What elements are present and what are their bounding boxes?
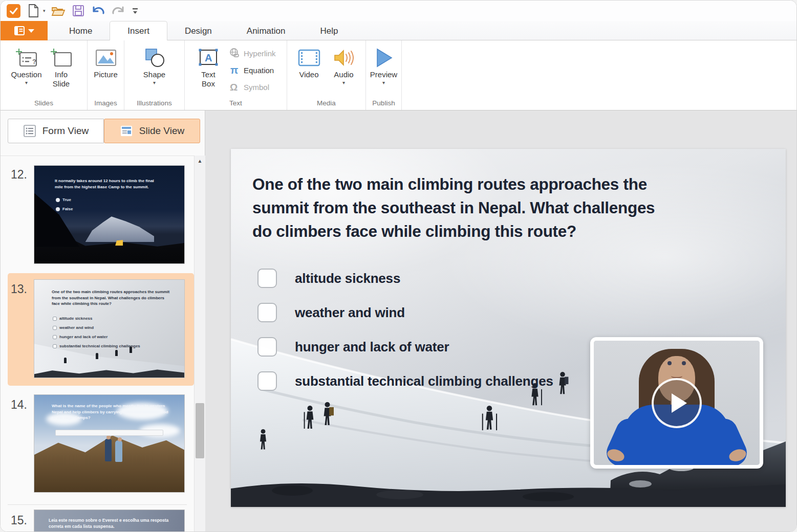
- option-label: substantial technical climbing challenge…: [59, 344, 140, 348]
- answer-option-3[interactable]: hunger and lack of water: [257, 337, 449, 357]
- scrollbar-thumb[interactable]: [196, 403, 204, 458]
- main-menu-button[interactable]: [1, 21, 48, 40]
- app-logo-icon: [7, 4, 20, 18]
- hyperlink-button: Hyperlink: [229, 47, 276, 59]
- svg-text:A: A: [205, 52, 212, 63]
- person-graphic: [105, 439, 112, 461]
- tab-insert[interactable]: Insert: [110, 21, 167, 41]
- presenter-graphic: [667, 361, 672, 365]
- scroll-up-icon[interactable]: ▲: [195, 158, 205, 164]
- checkbox-icon: [53, 344, 57, 348]
- customize-toolbar-button[interactable]: [131, 4, 139, 18]
- chevron-down-icon: ▾: [25, 80, 28, 85]
- form-view-button[interactable]: Form View: [8, 119, 104, 143]
- play-button[interactable]: [652, 378, 702, 428]
- preview-button-label: Preview: [370, 70, 397, 79]
- tab-animation[interactable]: Animation: [229, 21, 303, 41]
- answer-option-label: hunger and lack of water: [295, 339, 449, 355]
- slide-13-number: 13.: [11, 282, 27, 296]
- climber-graphic: [96, 353, 98, 359]
- equation-icon: π: [229, 64, 240, 76]
- slide-question-text[interactable]: One of the two main climbing routes appr…: [252, 172, 744, 243]
- slide-view-icon: [120, 124, 133, 138]
- slide-13-thumbnail[interactable]: One of the two main climbing routes appr…: [34, 279, 185, 378]
- answer-option-2[interactable]: weather and wind: [257, 303, 405, 322]
- slide-panel: Form View Slide View 12. It normally tak…: [1, 110, 205, 532]
- svg-text:π: π: [230, 64, 238, 76]
- answer-option-label: weather and wind: [295, 305, 405, 321]
- option-label: weather and wind: [59, 325, 94, 330]
- slide-13-question: One of the two main climbing routes appr…: [52, 289, 170, 307]
- checkbox-icon[interactable]: [257, 337, 277, 357]
- chevron-down-icon: ▾: [382, 80, 385, 85]
- slide-14-thumbnail[interactable]: What is the name of the people who mostl…: [34, 394, 185, 493]
- slide-14-number: 14.: [11, 398, 27, 412]
- ribbon-group-images: Picture Images: [88, 40, 124, 110]
- tab-home[interactable]: Home: [52, 21, 110, 41]
- option-label: hunger and lack of water: [59, 335, 107, 339]
- view-toggle: Form View Slide View: [8, 119, 200, 143]
- climber-graphic: [115, 350, 118, 356]
- symbol-icon: Ω: [229, 81, 240, 93]
- save-button[interactable]: [71, 4, 85, 18]
- answer-option-1[interactable]: altitude sickness: [257, 269, 400, 288]
- video-button-label: Video: [299, 70, 318, 79]
- picture-icon: [95, 47, 117, 69]
- panel-divider: [1, 156, 205, 156]
- add-info-slide-icon: [50, 47, 73, 69]
- hyperlink-label: Hyperlink: [244, 49, 276, 58]
- slide-15-thumbnail[interactable]: Leia este resumo sobre o Everest e escol…: [34, 509, 185, 532]
- open-file-button[interactable]: [51, 4, 66, 18]
- thumbnail-scrollbar[interactable]: ▲: [194, 156, 205, 532]
- checkbox-icon[interactable]: [257, 269, 277, 288]
- question-button-label: Question: [11, 70, 41, 79]
- answer-option-label: altitude sickness: [295, 271, 400, 286]
- ribbon-group-publish: Preview ▾ Publish: [366, 40, 402, 110]
- group-label-text: Text: [185, 99, 287, 107]
- svg-text:?: ?: [32, 58, 36, 65]
- slide-view-label: Slide View: [139, 125, 184, 137]
- redo-button[interactable]: [111, 4, 125, 18]
- info-slide-button-label: Info Slide: [49, 70, 74, 88]
- checkbox-icon: [53, 317, 57, 321]
- slide-editor[interactable]: One of the two main climbing routes appr…: [231, 149, 786, 507]
- symbol-label: Symbol: [244, 83, 269, 92]
- person-head-graphic: [118, 437, 122, 441]
- app-window: ▾ Home Insert Design Animation Help: [0, 0, 797, 532]
- equation-label: Equation: [244, 66, 274, 75]
- presenter-graphic: [682, 361, 686, 365]
- new-file-button[interactable]: [26, 4, 40, 18]
- tab-help[interactable]: Help: [303, 21, 355, 41]
- picture-button-label: Picture: [94, 70, 118, 79]
- slide-14-answer-field: [55, 430, 163, 436]
- text-box-icon: A: [197, 47, 220, 69]
- question-line: do climbers face while climbing this rou…: [252, 219, 744, 243]
- video-player[interactable]: [590, 337, 763, 469]
- slide-12-option-true: True: [56, 197, 71, 202]
- menu-icon: [14, 26, 25, 36]
- checkbox-icon[interactable]: [257, 371, 277, 391]
- play-icon: [672, 393, 687, 413]
- editor-canvas: One of the two main climbing routes appr…: [205, 110, 797, 532]
- equation-button[interactable]: π Equation: [229, 64, 276, 76]
- slide-12-thumbnail[interactable]: It normally takes around 12 hours to cli…: [34, 165, 185, 264]
- slide-15-number: 15.: [11, 514, 27, 527]
- slide-15-question: Leia este resumo sobre o Everest e escol…: [49, 517, 171, 530]
- video-icon: [297, 47, 321, 69]
- new-file-dropdown-icon[interactable]: ▾: [43, 8, 46, 13]
- slide-13-option: substantial technical climbing challenge…: [53, 344, 140, 348]
- preview-play-icon: [374, 47, 394, 69]
- thumbnail-separator: [8, 504, 187, 505]
- svg-text:Ω: Ω: [230, 82, 238, 93]
- undo-button[interactable]: [91, 4, 105, 18]
- slide-view-button[interactable]: Slide View: [104, 119, 200, 143]
- group-label-images: Images: [88, 99, 124, 107]
- shape-icon: [144, 47, 165, 69]
- chevron-down-icon: ▾: [153, 80, 156, 85]
- answer-option-4[interactable]: substantial technical climbing challenge…: [257, 371, 553, 391]
- tab-design[interactable]: Design: [167, 21, 229, 41]
- checkbox-icon[interactable]: [257, 303, 277, 322]
- climber-graphic: [64, 358, 67, 363]
- option-label: altitude sickness: [59, 316, 92, 321]
- option-label: False: [62, 207, 73, 211]
